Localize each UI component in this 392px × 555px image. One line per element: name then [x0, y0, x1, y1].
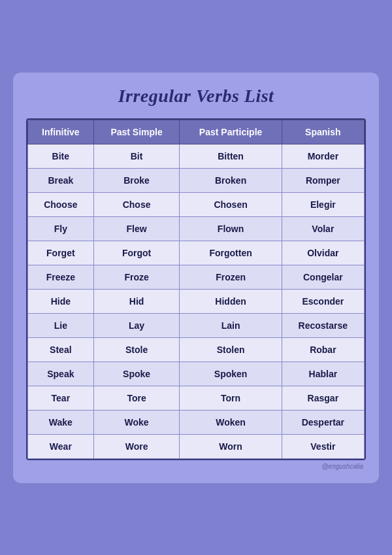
cell-spanish: Volar	[282, 216, 364, 241]
cell-infinitive: Lie	[28, 313, 94, 337]
cell-spanish: Hablar	[282, 362, 364, 386]
table-row: ChooseChoseChosenElegir	[28, 192, 365, 216]
cell-infinitive: Speak	[28, 362, 94, 386]
cell-spanish: Congelar	[282, 265, 364, 289]
cell-past-participle: Lain	[180, 313, 282, 337]
header-spanish: Spanish	[282, 120, 364, 144]
cell-infinitive: Break	[28, 168, 94, 192]
cell-past-participle: Hidden	[180, 289, 282, 313]
cell-past-participle: Forgotten	[180, 241, 282, 265]
cell-spanish: Despertar	[282, 410, 364, 434]
cell-past-participle: Bitten	[180, 144, 282, 168]
cell-infinitive: Steal	[28, 337, 94, 362]
cell-past-simple: Tore	[93, 386, 180, 410]
cell-infinitive: Freeze	[28, 265, 94, 289]
table-header-row: Infinitive Past Simple Past Participle S…	[28, 120, 365, 144]
cell-past-simple: Wore	[93, 434, 180, 458]
table-row: StealStoleStolenRobar	[28, 337, 365, 362]
cell-spanish: Esconder	[282, 289, 364, 313]
cell-infinitive: Bite	[28, 144, 94, 168]
cell-past-simple: Flew	[93, 216, 180, 241]
cell-past-simple: Bit	[93, 144, 180, 168]
table-row: BreakBrokeBrokenRomper	[28, 168, 365, 192]
table-row: LieLayLainRecostarse	[28, 313, 365, 337]
cell-spanish: Elegir	[282, 192, 364, 216]
watermark: @engushcalia	[26, 463, 366, 470]
cell-spanish: Olvidar	[282, 241, 364, 265]
cell-spanish: Recostarse	[282, 313, 364, 337]
header-infinitive: Infinitive	[28, 120, 94, 144]
cell-infinitive: Wear	[28, 434, 94, 458]
cell-spanish: Vestir	[282, 434, 364, 458]
cell-infinitive: Forget	[28, 241, 94, 265]
verbs-table: Infinitive Past Simple Past Participle S…	[27, 120, 365, 459]
cell-past-simple: Broke	[93, 168, 180, 192]
page-title: Irregular Verbs List	[26, 86, 366, 107]
cell-past-simple: Froze	[93, 265, 180, 289]
table-row: TearToreTornRasgar	[28, 386, 365, 410]
cell-spanish: Morder	[282, 144, 364, 168]
cell-infinitive: Hide	[28, 289, 94, 313]
cell-spanish: Robar	[282, 337, 364, 362]
cell-past-simple: Forgot	[93, 241, 180, 265]
cell-past-simple: Stole	[93, 337, 180, 362]
cell-infinitive: Choose	[28, 192, 94, 216]
table-row: WakeWokeWokenDespertar	[28, 410, 365, 434]
header-past-simple: Past Simple	[93, 120, 180, 144]
cell-past-participle: Spoken	[180, 362, 282, 386]
cell-past-simple: Spoke	[93, 362, 180, 386]
table-row: SpeakSpokeSpokenHablar	[28, 362, 365, 386]
cell-past-participle: Woken	[180, 410, 282, 434]
cell-past-simple: Woke	[93, 410, 180, 434]
table-row: ForgetForgotForgottenOlvidar	[28, 241, 365, 265]
cell-past-simple: Chose	[93, 192, 180, 216]
cell-infinitive: Wake	[28, 410, 94, 434]
cell-past-participle: Chosen	[180, 192, 282, 216]
cell-past-participle: Torn	[180, 386, 282, 410]
table-row: FlyFlewFlownVolar	[28, 216, 365, 241]
cell-spanish: Romper	[282, 168, 364, 192]
table-row: HideHidHiddenEsconder	[28, 289, 365, 313]
cell-past-simple: Lay	[93, 313, 180, 337]
cell-past-participle: Worn	[180, 434, 282, 458]
cell-past-participle: Broken	[180, 168, 282, 192]
cell-past-participle: Stolen	[180, 337, 282, 362]
table-row: WearWoreWornVestir	[28, 434, 365, 458]
cell-infinitive: Fly	[28, 216, 94, 241]
cell-past-participle: Frozen	[180, 265, 282, 289]
page-wrapper: Irregular Verbs List Infinitive Past Sim…	[13, 73, 379, 483]
table-container: Infinitive Past Simple Past Participle S…	[26, 118, 366, 460]
cell-past-participle: Flown	[180, 216, 282, 241]
cell-spanish: Rasgar	[282, 386, 364, 410]
header-past-participle: Past Participle	[180, 120, 282, 144]
table-row: BiteBitBittenMorder	[28, 144, 365, 168]
cell-infinitive: Tear	[28, 386, 94, 410]
cell-past-simple: Hid	[93, 289, 180, 313]
table-row: FreezeFrozeFrozenCongelar	[28, 265, 365, 289]
